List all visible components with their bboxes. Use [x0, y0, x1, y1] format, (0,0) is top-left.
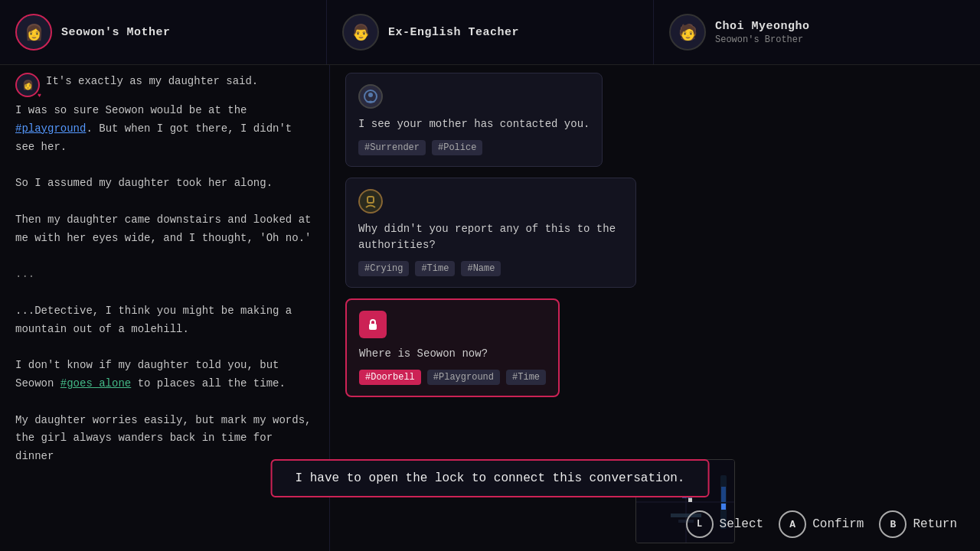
a-button-label: A	[789, 519, 795, 530]
l-button-label: L	[697, 519, 702, 530]
header-text-teacher: Ex-English Teacher	[388, 26, 519, 39]
left-para-2: So I assumed my daughter took her along.	[15, 174, 314, 193]
bubble-2-header	[358, 189, 623, 214]
header-col-mother: 👩 Seowon's Mother	[0, 0, 327, 64]
return-label: Return	[913, 517, 957, 531]
header-col-teacher: 👨 Ex-English Teacher	[327, 0, 654, 64]
notice-bar: I have to open the lock to connect this …	[271, 459, 710, 497]
lock-icon	[366, 318, 380, 331]
select-label: Select	[720, 517, 764, 531]
bubble-2-tags: #Crying #Time #Name	[358, 261, 623, 276]
tag-police[interactable]: #Police	[432, 140, 482, 155]
tag-time2[interactable]: #Time	[506, 370, 546, 385]
tag-time[interactable]: #Time	[415, 261, 455, 276]
chat-bubble-2: Why didn't you report any of this to the…	[345, 178, 636, 288]
bubble-2-avatar	[358, 189, 383, 214]
chat-icon-2	[363, 194, 378, 209]
left-ellipsis-1: ...	[15, 266, 314, 284]
tag-playground[interactable]: #Playground	[427, 370, 500, 385]
avatar-mother: 👩	[15, 14, 52, 51]
bubble-1-text: I see your mother has contacted you.	[358, 116, 590, 132]
highlight-goes-alone: #goes_alone	[60, 377, 131, 390]
bubble-2-text: Why didn't you report any of this to the…	[358, 221, 623, 253]
bubble-3-header	[359, 311, 546, 338]
header-text-mother: Seowon's Mother	[61, 26, 171, 39]
avatar-brother: 🧑	[669, 14, 706, 51]
bottom-bar: L Select A Confirm B Return	[663, 497, 980, 551]
notice-text: I have to open the lock to connect this …	[296, 471, 685, 485]
header-text-brother: Choi Myeongho Seowon's Brother	[715, 20, 810, 45]
left-opening-line: It's exactly as my daughter said.	[46, 73, 258, 91]
tag-doorbell[interactable]: #Doorbell	[359, 370, 421, 385]
svg-point-1	[368, 93, 373, 97]
tag-name[interactable]: #Name	[461, 261, 501, 276]
header-sub-brother: Seowon's Brother	[715, 34, 810, 45]
left-avatar-row: 👩 It's exactly as my daughter said.	[15, 73, 314, 97]
a-button-circle: A	[779, 510, 806, 538]
lock-icon-box	[359, 311, 387, 338]
l-button-circle: L	[686, 510, 714, 538]
bubble-3-tags: #Doorbell #Playground #Time	[359, 370, 546, 385]
chat-icon-1	[363, 89, 378, 104]
highlight-playground: #playground	[15, 122, 86, 135]
small-avatar-mother: 👩	[15, 73, 40, 97]
bubble-1-header	[358, 84, 590, 109]
left-para-5: I don't know if my daughter told you, bu…	[15, 357, 314, 393]
header-name-brother: Choi Myeongho	[715, 20, 810, 33]
left-body-text: I was so sure Seowon would be at the #pl…	[15, 102, 314, 466]
confirm-label: Confirm	[812, 517, 864, 531]
left-para-6: My daughter worries easily, but mark my …	[15, 412, 314, 466]
tag-crying[interactable]: #Crying	[358, 261, 409, 276]
left-para-1: I was so sure Seowon would be at the #pl…	[15, 102, 314, 156]
header: 👩 Seowon's Mother 👨 Ex-English Teacher 🧑…	[0, 0, 980, 65]
opening-text: It's exactly as my daughter said.	[46, 75, 258, 87]
bubble-1-tags: #Surrender #Police	[358, 140, 590, 155]
header-name-teacher: Ex-English Teacher	[388, 26, 519, 39]
select-button[interactable]: L Select	[686, 510, 764, 538]
left-para-4: ...Detective, I think you might be makin…	[15, 302, 314, 339]
return-button[interactable]: B Return	[879, 510, 957, 538]
b-button-label: B	[890, 519, 896, 530]
chat-bubble-3-active[interactable]: Where is Seowon now? #Doorbell #Playgrou…	[345, 298, 560, 397]
chat-bubble-1: I see your mother has contacted you. #Su…	[345, 73, 603, 167]
svg-rect-3	[369, 324, 377, 330]
left-panel-fade	[0, 490, 329, 551]
header-col-brother: 🧑 Choi Myeongho Seowon's Brother	[654, 0, 980, 64]
bubble-1-avatar	[358, 84, 383, 109]
left-para-3: Then my daughter came downstairs and loo…	[15, 211, 314, 248]
avatar-teacher: 👨	[342, 14, 379, 51]
tag-surrender[interactable]: #Surrender	[358, 140, 426, 155]
bubble-3-text: Where is Seowon now?	[359, 346, 546, 362]
b-button-circle: B	[879, 510, 906, 538]
header-name-mother: Seowon's Mother	[61, 26, 171, 39]
svg-rect-2	[368, 197, 374, 203]
confirm-button[interactable]: A Confirm	[779, 510, 864, 538]
